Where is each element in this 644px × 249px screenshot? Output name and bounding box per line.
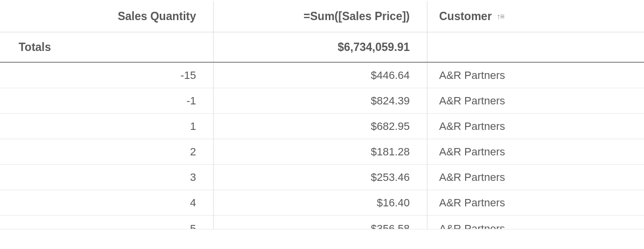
totals-value: $6,734,059.91 xyxy=(338,41,410,54)
totals-cell-sales-price: $6,734,059.91 xyxy=(214,32,427,62)
cell-customer: A&R Partners xyxy=(427,139,643,164)
totals-cell-customer xyxy=(427,32,643,62)
totals-row: Totals $6,734,059.91 xyxy=(0,32,644,63)
cell-customer: A&R Partners xyxy=(427,190,643,215)
table-row[interactable]: 2 $181.28 A&R Partners xyxy=(0,139,644,165)
column-header-customer[interactable]: Customer ↑≡ xyxy=(427,1,643,32)
cell-sales-quantity: -15 xyxy=(0,63,214,88)
cell-sales-quantity: 1 xyxy=(0,114,214,139)
table-row[interactable]: -1 $824.39 A&R Partners xyxy=(0,88,644,114)
cell-customer: A&R Partners xyxy=(427,63,643,88)
cell-customer: A&R Partners xyxy=(427,114,643,139)
sort-ascending-icon[interactable]: ↑≡ xyxy=(496,12,504,21)
data-table: Sales Quantity =Sum([Sales Price]) Custo… xyxy=(0,1,644,229)
cell-sales-price: $16.40 xyxy=(214,190,427,215)
column-header-sales-quantity[interactable]: Sales Quantity xyxy=(0,1,214,32)
cell-sales-price: $253.46 xyxy=(214,165,427,190)
cell-sales-quantity: 2 xyxy=(0,139,214,164)
table-row[interactable]: 4 $16.40 A&R Partners xyxy=(0,190,644,216)
cell-customer: A&R Partners xyxy=(427,88,643,113)
totals-label: Totals xyxy=(0,41,51,54)
column-header-label: =Sum([Sales Price]) xyxy=(303,10,410,23)
table-row[interactable]: 1 $682.95 A&R Partners xyxy=(0,114,644,139)
column-header-sales-price[interactable]: =Sum([Sales Price]) xyxy=(214,1,427,32)
cell-sales-quantity: 4 xyxy=(0,190,214,215)
cell-sales-price: $446.64 xyxy=(214,63,427,88)
cell-customer: A&R Partners xyxy=(427,165,643,190)
table-header-row: Sales Quantity =Sum([Sales Price]) Custo… xyxy=(0,1,644,32)
table-row[interactable]: 5 $356.58 A&R Partners xyxy=(0,216,644,229)
totals-cell-label: Totals xyxy=(0,32,214,62)
column-header-label: Customer xyxy=(439,10,492,23)
cell-sales-quantity: 5 xyxy=(0,216,214,229)
column-header-label: Sales Quantity xyxy=(118,10,196,23)
table-row[interactable]: 3 $253.46 A&R Partners xyxy=(0,165,644,190)
cell-sales-price: $682.95 xyxy=(214,114,427,139)
cell-sales-quantity: -1 xyxy=(0,88,214,113)
cell-sales-price: $181.28 xyxy=(214,139,427,164)
cell-sales-quantity: 3 xyxy=(0,165,214,190)
cell-customer: A&R Partners xyxy=(427,216,643,229)
cell-sales-price: $824.39 xyxy=(214,88,427,113)
table-row[interactable]: -15 $446.64 A&R Partners xyxy=(0,63,644,88)
cell-sales-price: $356.58 xyxy=(214,216,427,229)
